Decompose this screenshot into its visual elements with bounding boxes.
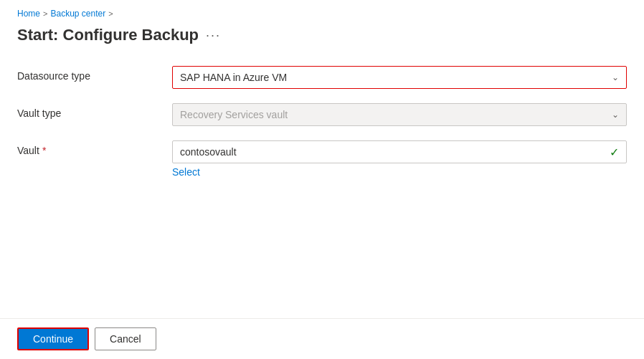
page-header: Start: Configure Backup ···: [17, 26, 627, 44]
vault-control: contosovault ✓ Select: [172, 140, 627, 178]
vault-required-indicator: *: [42, 145, 46, 156]
datasource-type-label: Datasource type: [17, 66, 161, 82]
breadcrumb-home[interactable]: Home: [17, 9, 40, 19]
datasource-type-control: SAP HANA in Azure VM ⌄: [172, 66, 627, 89]
vault-type-chevron-icon: ⌄: [612, 110, 619, 120]
vault-valid-icon: ✓: [610, 145, 619, 159]
vault-type-label: Vault type: [17, 103, 161, 119]
vault-type-placeholder: Recovery Services vault: [180, 109, 288, 120]
datasource-type-value: SAP HANA in Azure VM: [180, 72, 287, 83]
datasource-type-row: Datasource type SAP HANA in Azure VM ⌄: [17, 66, 627, 89]
vault-label: Vault *: [17, 140, 161, 156]
datasource-type-dropdown[interactable]: SAP HANA in Azure VM ⌄: [172, 66, 627, 89]
vault-select-link[interactable]: Select: [172, 166, 200, 178]
continue-button[interactable]: Continue: [17, 327, 89, 350]
breadcrumb-sep-2: >: [108, 9, 113, 18]
vault-row: Vault * contosovault ✓ Select: [17, 140, 627, 178]
breadcrumb-sep-1: >: [43, 9, 47, 18]
configure-backup-form: Datasource type SAP HANA in Azure VM ⌄ V…: [17, 66, 627, 178]
vault-type-row: Vault type Recovery Services vault ⌄: [17, 103, 627, 126]
more-options-icon[interactable]: ···: [206, 28, 221, 43]
vault-value: contosovault: [180, 146, 237, 158]
vault-dropdown[interactable]: contosovault ✓: [172, 140, 627, 163]
vault-type-dropdown: Recovery Services vault ⌄: [172, 103, 627, 126]
footer: Continue Cancel: [0, 318, 644, 359]
breadcrumb-backup-center[interactable]: Backup center: [50, 9, 105, 19]
datasource-chevron-icon: ⌄: [612, 72, 619, 82]
cancel-button[interactable]: Cancel: [95, 327, 156, 350]
breadcrumb: Home > Backup center >: [17, 9, 627, 19]
vault-type-control: Recovery Services vault ⌄: [172, 103, 627, 126]
page-title: Start: Configure Backup: [17, 26, 199, 44]
